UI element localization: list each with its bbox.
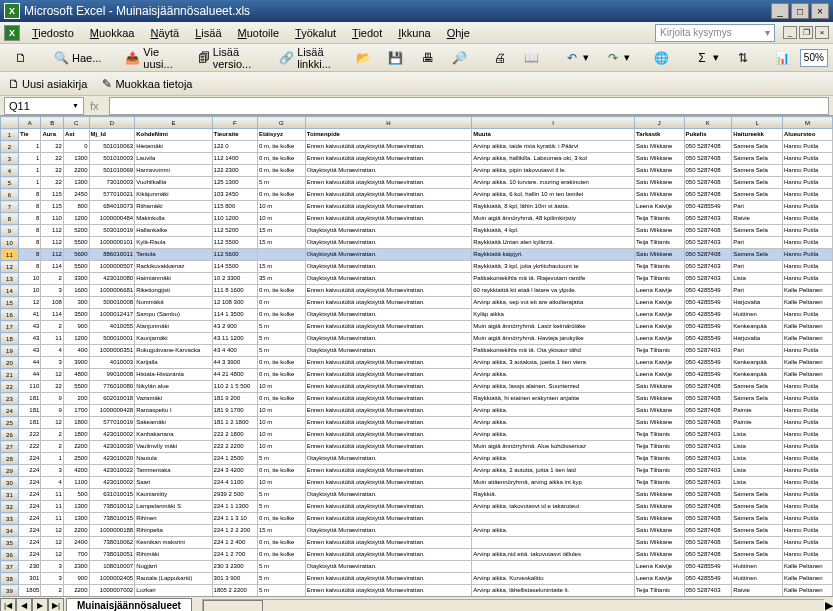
cell[interactable]: 110 2 1 5 500 xyxy=(212,381,257,393)
cell[interactable]: Ennen kaivuutöitä otayktsyttä Muraevirat… xyxy=(305,441,472,453)
row-header[interactable]: 28 xyxy=(1,453,19,465)
name-box[interactable]: Q11▼ xyxy=(4,97,84,115)
cell[interactable]: Kenkeanpää xyxy=(732,369,783,381)
cell[interactable]: 1300 xyxy=(63,513,89,525)
cell[interactable]: Teija Tilitanis xyxy=(635,441,684,453)
cell[interactable]: 050 5287403 xyxy=(684,237,732,249)
cell[interactable]: Satu Mikkane xyxy=(635,405,684,417)
cell[interactable]: 1000000484 xyxy=(89,213,135,225)
cell[interactable]: 1000000507 xyxy=(89,261,135,273)
menu-muokkaa[interactable]: Muokkaa xyxy=(82,25,143,41)
cell[interactable]: Arvinp aikka, 3 autaksta, joetta 1 tien … xyxy=(472,357,635,369)
hscroll-track[interactable] xyxy=(202,599,825,612)
cell[interactable]: 224 xyxy=(18,501,40,513)
muokkaa-tietoja-button[interactable]: ✎Muokkaa tietoja xyxy=(99,76,192,92)
cell[interactable]: 12 xyxy=(41,417,64,429)
cell[interactable]: 224 xyxy=(18,513,40,525)
cell[interactable]: Lauvila xyxy=(135,153,212,165)
col-header-A[interactable]: A xyxy=(18,117,40,129)
cell[interactable] xyxy=(472,561,635,573)
help-search[interactable]: Kirjoita kysymys▾ xyxy=(655,24,775,42)
cell[interactable]: Samera Sela xyxy=(732,537,783,549)
cell[interactable]: Samera Sela xyxy=(732,153,783,165)
field-header[interactable]: Mj_Id xyxy=(89,129,135,141)
cell[interactable]: Teija Tilitanis xyxy=(635,237,684,249)
cell[interactable]: Nummäkä xyxy=(135,297,212,309)
save-button[interactable]: 💾 xyxy=(381,47,411,69)
row-header[interactable]: 32 xyxy=(1,501,19,513)
cell[interactable]: Kalle Peltanen xyxy=(782,285,832,297)
col-header-rh[interactable] xyxy=(1,117,19,129)
cell[interactable]: Saari xyxy=(135,477,212,489)
cell[interactable]: 1700 xyxy=(63,405,89,417)
cell[interactable]: 10 m xyxy=(258,381,306,393)
cell[interactable]: 5500 xyxy=(63,261,89,273)
cell[interactable]: 44 21 4800 xyxy=(212,369,257,381)
cell[interactable]: 900 xyxy=(63,573,89,585)
cell[interactable]: 050 5287408 xyxy=(684,225,732,237)
cell[interactable]: 224 xyxy=(18,489,40,501)
cell[interactable]: 501010003 xyxy=(89,153,135,165)
cell[interactable]: Hannu Putila xyxy=(782,381,832,393)
field-header[interactable]: Aura xyxy=(41,129,64,141)
cell[interactable]: Muin aigiä ännörryhmä. Alue kohdissersaz xyxy=(472,441,635,453)
cell[interactable]: 5 m xyxy=(258,573,306,585)
cell[interactable]: 577010021 xyxy=(89,189,135,201)
cell[interactable]: Leena Kaivije xyxy=(635,369,684,381)
cell[interactable]: Rackikuvakkamaz xyxy=(135,261,212,273)
cell[interactable]: Paltkakontekihla mä tä. Ota yktsaur tähd xyxy=(472,345,635,357)
cell[interactable]: 050 5287408 xyxy=(684,189,732,201)
cell[interactable]: 050 5287408 xyxy=(684,381,732,393)
cell[interactable]: Vuohilkallia xyxy=(135,177,212,189)
cell[interactable]: Kalle Peltanen xyxy=(782,321,832,333)
cell[interactable]: 224 3 4200 xyxy=(212,465,257,477)
cell[interactable]: Kalle Peltanen xyxy=(782,561,832,573)
cell[interactable]: 224 1 2 700 xyxy=(212,549,257,561)
cell[interactable]: 12 xyxy=(41,549,64,561)
uusi-asiakirja-button[interactable]: 🗋Uusi asiakirja xyxy=(6,76,87,92)
cell[interactable]: Muin aitäennöryhmä, arving aikka int kyp xyxy=(472,477,635,489)
cell[interactable]: 5 m xyxy=(258,177,306,189)
cell[interactable]: 4800 xyxy=(63,369,89,381)
row-header[interactable]: 31 xyxy=(1,489,19,501)
cell[interactable]: Satu Mikkane xyxy=(635,513,684,525)
redo-button[interactable]: ↷▾ xyxy=(598,47,637,69)
cell[interactable]: Nugjärri xyxy=(135,561,212,573)
cell[interactable]: 103 2450 xyxy=(212,189,257,201)
cell[interactable]: Hannu Putila xyxy=(782,549,832,561)
cell[interactable]: Hannu Putila xyxy=(782,201,832,213)
cell[interactable]: 1 xyxy=(41,453,64,465)
cell[interactable]: Kalle Peltanen xyxy=(782,369,832,381)
cell[interactable]: 5 m xyxy=(258,345,306,357)
cell[interactable]: 2450 xyxy=(63,189,89,201)
cell[interactable]: Hallankalke xyxy=(135,225,212,237)
cell[interactable]: 050 4285549 xyxy=(684,357,732,369)
chart-button[interactable]: 📊 xyxy=(768,47,798,69)
cell[interactable]: 230 xyxy=(18,561,40,573)
cell[interactable]: 423010030 xyxy=(89,441,135,453)
cell[interactable]: 050 4285549 xyxy=(684,309,732,321)
cell[interactable]: Ennen kaivuutöitä otayktsyttä Muraevirat… xyxy=(305,429,472,441)
row-header[interactable]: 38 xyxy=(1,573,19,585)
cell[interactable]: 115 xyxy=(41,189,64,201)
cell[interactable]: 050 4285549 xyxy=(684,297,732,309)
cell[interactable]: 0 m, tie kulke xyxy=(258,513,306,525)
cell[interactable]: Huittinen xyxy=(732,573,783,585)
cell[interactable]: 501010063 xyxy=(89,141,135,153)
cell[interactable]: Lista xyxy=(732,477,783,489)
cell[interactable]: 11 xyxy=(41,513,64,525)
cell[interactable]: Hannu Putila xyxy=(782,213,832,225)
cell[interactable]: 738010015 xyxy=(89,513,135,525)
sort-button[interactable]: ⇅ xyxy=(728,47,758,69)
cell[interactable]: Hannu Putila xyxy=(782,417,832,429)
cell[interactable]: Ennen kaivuutöitä otayktsyttä Muraevirat… xyxy=(305,393,472,405)
cell[interactable]: 43 xyxy=(18,345,40,357)
cell[interactable]: 5 m xyxy=(258,561,306,573)
field-header[interactable]: Etäisyyz xyxy=(258,129,306,141)
cell[interactable]: Ennen kaivuutöitä otayktsyttä Muraevirat… xyxy=(305,417,472,429)
row-header[interactable]: 17 xyxy=(1,321,19,333)
cell[interactable]: 114 xyxy=(41,309,64,321)
row-header[interactable]: 15 xyxy=(1,297,19,309)
cell[interactable]: Hannu Putila xyxy=(782,525,832,537)
cell[interactable]: 181 xyxy=(18,393,40,405)
